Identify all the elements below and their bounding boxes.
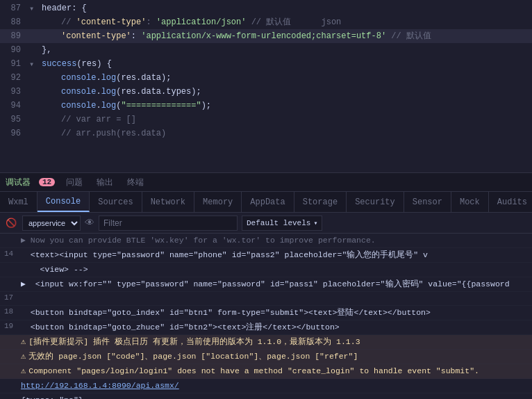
tab-mock[interactable]: Mock	[451, 192, 489, 212]
line-number: 95	[0, 115, 29, 124]
console-line: 18 <button bindtap="goto_index" id="btn1…	[0, 306, 532, 320]
line-num	[4, 394, 21, 395]
tab-appdata[interactable]: AppData	[242, 192, 294, 212]
console-text: <text><input type="password" name="phone…	[21, 249, 528, 261]
console-line: ▶ Now you can provide BTLE 'wx.key' for …	[0, 234, 532, 248]
eye-icon: 👁	[85, 218, 94, 229]
console-output: ▶ Now you can provide BTLE 'wx.key' for …	[0, 234, 532, 399]
line-num	[4, 336, 21, 336]
code-lines: 87 ▾ header: { 88 // 'content-type': 'ap…	[0, 0, 532, 172]
appservice-select[interactable]: appservice	[22, 215, 81, 231]
code-line-96: 96 // arr.push(res.data)	[0, 127, 532, 140]
code-line-90: 90 },	[0, 43, 532, 57]
tab-storage[interactable]: Storage	[294, 192, 347, 212]
devtools-label: 调试器	[6, 177, 31, 188]
line-num	[4, 365, 21, 366]
code-line-89: 89 'content-type': 'application/x-www-fo…	[0, 29, 532, 43]
console-warning-line: ⚠无效的 page.json ["code"]、page.json ["loca…	[0, 350, 532, 364]
line-content: console.log(res.data);	[39, 71, 532, 85]
line-arrow: ▾	[29, 59, 39, 70]
line-number: 94	[0, 101, 29, 111]
default-levels-dropdown[interactable]: Default levels ▾	[242, 215, 322, 231]
console-line: 19 <button bindtap="goto_zhuce" id="btn2…	[0, 320, 532, 335]
line-num	[4, 234, 21, 235]
code-line-93: 93 console.log(res.data.types);	[0, 85, 532, 99]
line-content: 'content-type': 'application/x-www-form-…	[39, 29, 532, 43]
line-number: 90	[0, 45, 29, 55]
code-line-92: 92 console.log(res.data);	[0, 71, 532, 85]
tab-wxml[interactable]: Wxml	[0, 192, 38, 212]
line-num: 19	[4, 321, 21, 330]
console-warning-line: ⚠Component "pages/login/login1" does not…	[0, 364, 532, 379]
line-num: 18	[4, 307, 21, 316]
tab-terminal[interactable]: 终端	[124, 175, 147, 190]
tab-sources[interactable]: Sources	[90, 192, 142, 212]
line-num: 14	[4, 249, 21, 258]
line-num	[4, 278, 21, 279]
code-line-88: 88 // 'content-type': 'application/json'…	[0, 15, 532, 29]
line-content: header: {	[39, 1, 532, 15]
line-number: 87	[0, 3, 29, 13]
tab-network[interactable]: Network	[142, 192, 194, 212]
line-num	[4, 350, 21, 351]
code-line-94: 94 console.log("==============");	[0, 99, 532, 113]
tab-security[interactable]: Security	[347, 192, 404, 212]
code-line-87: 87 ▾ header: {	[0, 1, 532, 15]
prohibit-icon: 🚫	[4, 218, 18, 229]
line-number: 96	[0, 129, 29, 138]
console-line: 14 <text><input type="password" name="ph…	[0, 248, 532, 263]
filter-input[interactable]	[99, 215, 238, 231]
console-text: <button bindtap="goto_zhuce" id="btn2"><…	[21, 321, 528, 334]
tabs-row: Wxml Console Sources Network Memory AppD…	[0, 192, 532, 213]
line-content: // arr.push(res.data)	[39, 127, 532, 140]
line-content: // var arr = []	[39, 113, 532, 127]
console-text: ⚠[插件更新提示] 插件 极点日历 有更新，当前使用的版本为 1.1.0，最新版…	[21, 336, 528, 348]
line-num	[4, 263, 21, 264]
line-num: 17	[4, 293, 21, 302]
line-content: // 'content-type': 'application/json' //…	[39, 15, 532, 29]
line-content: console.log(res.data.types);	[39, 85, 532, 99]
devtools-badge: 12	[39, 178, 55, 186]
console-line: <view> -->	[0, 263, 532, 277]
console-line: {types: "no"}	[0, 393, 532, 399]
tab-memory[interactable]: Memory	[194, 192, 242, 212]
line-number: 93	[0, 87, 29, 97]
tab-sensor[interactable]: Sensor	[404, 192, 451, 212]
line-num	[4, 380, 21, 380]
console-text: <button bindtap="goto_index" id="btn1" f…	[21, 307, 528, 319]
code-line-91: 91 ▾ success(res) {	[0, 57, 532, 71]
tab-audits[interactable]: Audits	[489, 192, 532, 212]
devtools-bar: 调试器 12 问题 输出 终端	[0, 172, 532, 192]
line-content: },	[39, 43, 532, 57]
line-number: 91	[0, 59, 29, 69]
line-arrow: ▾	[29, 3, 39, 14]
chevron-down-icon: ▾	[313, 219, 317, 227]
console-text: <view> -->	[21, 263, 528, 276]
filter-row: 🚫 appservice 👁 Default levels ▾	[0, 213, 532, 234]
console-line: 17	[0, 292, 532, 306]
console-link[interactable]: http://192.168.1.4:8090/api.asmx/	[21, 380, 528, 392]
line-number: 89	[0, 31, 29, 41]
line-content: console.log("==============");	[39, 99, 532, 113]
console-link-line: http://192.168.1.4:8090/api.asmx/	[0, 379, 532, 393]
tab-issues[interactable]: 问题	[63, 175, 85, 190]
console-text: ▶ <input wx:for="" type="password" name=…	[21, 278, 528, 291]
console-text: ⚠Component "pages/login/login1" does not…	[21, 365, 528, 377]
code-line-95: 95 // var arr = []	[0, 113, 532, 127]
tab-output[interactable]: 输出	[94, 175, 116, 190]
default-levels-label: Default levels	[247, 219, 310, 227]
console-text: ▶ Now you can provide BTLE 'wx.key' for …	[21, 234, 528, 247]
tab-console[interactable]: Console	[38, 192, 90, 212]
console-warning-line: ⚠[插件更新提示] 插件 极点日历 有更新，当前使用的版本为 1.1.0，最新版…	[0, 335, 532, 350]
line-number: 92	[0, 73, 29, 83]
console-line: ▶ <input wx:for="" type="password" name=…	[0, 277, 532, 292]
code-editor: 87 ▾ header: { 88 // 'content-type': 'ap…	[0, 0, 532, 172]
line-content: success(res) {	[39, 57, 532, 71]
console-text: {types: "no"}	[21, 394, 528, 399]
console-text: ⚠无效的 page.json ["code"]、page.json ["loca…	[21, 350, 528, 363]
line-number: 88	[0, 17, 29, 27]
